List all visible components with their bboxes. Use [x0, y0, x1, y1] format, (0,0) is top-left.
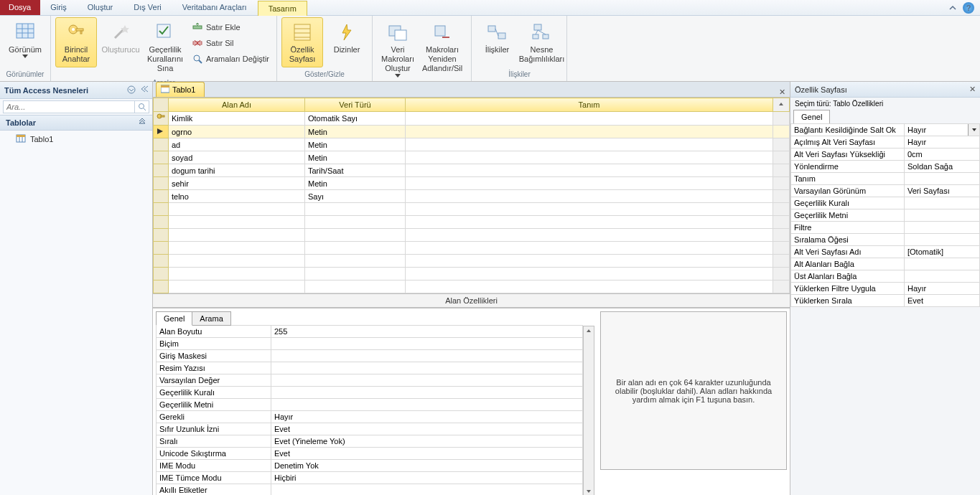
ps-value[interactable]: Evet: [905, 295, 980, 307]
field-name-cell[interactable]: ogrno: [169, 126, 305, 138]
delete-row-button[interactable]: Satır Sil: [189, 36, 272, 50]
row-selector[interactable]: [154, 151, 169, 164]
close-doc-button[interactable]: ✕: [775, 88, 790, 97]
ps-value[interactable]: [905, 222, 980, 234]
modify-lookups-button[interactable]: Aramaları Değiştir: [189, 52, 272, 66]
fp-tab-general[interactable]: Genel: [156, 311, 192, 326]
description-cell[interactable]: [406, 151, 773, 164]
description-cell[interactable]: [406, 164, 773, 177]
ps-value[interactable]: [905, 173, 980, 185]
tab-database-tools[interactable]: Veritabanı Araçları: [172, 0, 258, 15]
fp-value[interactable]: Hayır: [271, 411, 583, 423]
field-name-cell[interactable]: dogum tarihi: [169, 164, 305, 177]
field-name-cell[interactable]: sehir: [169, 177, 305, 190]
rename-macro-button[interactable]: Makroları Yeniden Adlandır/Sil: [421, 17, 463, 77]
minimize-ribbon-icon[interactable]: [948, 4, 957, 12]
row-selector[interactable]: [154, 190, 169, 203]
row-selector[interactable]: [154, 112, 169, 126]
fp-value[interactable]: [271, 484, 583, 496]
tab-create[interactable]: Oluştur: [78, 0, 123, 15]
row-selector[interactable]: [154, 268, 169, 280]
row-selector[interactable]: [154, 216, 169, 229]
row-selector[interactable]: [154, 255, 169, 268]
fp-value[interactable]: Hiçbiri: [271, 472, 583, 484]
ps-value[interactable]: Hayır: [905, 283, 980, 295]
field-name-cell[interactable]: Kimlik: [169, 112, 305, 126]
row-selector[interactable]: [154, 203, 169, 216]
close-property-sheet-button[interactable]: ✕: [969, 85, 976, 94]
indexes-button[interactable]: Dizinler: [326, 17, 368, 58]
ps-tab-general[interactable]: Genel: [793, 110, 830, 123]
file-tab[interactable]: Dosya: [0, 0, 40, 15]
ps-value[interactable]: Hayır: [905, 136, 980, 148]
description-cell[interactable]: [406, 190, 773, 203]
ps-value[interactable]: [905, 270, 980, 283]
property-sheet-table[interactable]: Bağlantı Kesildiğinde Salt OkHayırAçılmı…: [790, 123, 980, 307]
fp-value[interactable]: [271, 350, 583, 362]
description-cell[interactable]: [406, 138, 773, 151]
nav-category-tables[interactable]: Tablolar: [0, 115, 152, 131]
row-selector[interactable]: [154, 164, 169, 177]
data-type-cell[interactable]: Metin: [305, 138, 406, 151]
fp-value[interactable]: Evet: [271, 423, 583, 435]
collapse-nav-icon[interactable]: [139, 85, 148, 96]
select-all-cell[interactable]: [154, 98, 169, 112]
field-name-cell[interactable]: ad: [169, 138, 305, 151]
primary-key-button[interactable]: Birincil Anahtar: [55, 17, 97, 67]
tab-external-data[interactable]: Dış Veri: [123, 0, 172, 15]
ps-value[interactable]: [905, 197, 980, 209]
object-deps-button[interactable]: Nesne Bağımlılıkları: [521, 17, 562, 67]
fp-value[interactable]: [271, 374, 583, 387]
ps-value[interactable]: Soldan Sağa: [905, 161, 980, 173]
doc-tab-tablo1[interactable]: Tablo1: [156, 82, 205, 97]
field-properties-table[interactable]: Alan Boyutu255BiçimGiriş MaskesiResim Ya…: [156, 325, 583, 495]
ps-value[interactable]: [905, 209, 980, 222]
col-description[interactable]: Tanım: [406, 98, 773, 112]
ps-value[interactable]: 0cm: [905, 148, 980, 161]
relationships-button[interactable]: İlişkiler: [476, 17, 518, 58]
dropdown-button[interactable]: [968, 124, 979, 136]
dropdown-icon[interactable]: [126, 85, 136, 96]
search-button[interactable]: [135, 100, 149, 113]
fp-tab-lookup[interactable]: Arama: [192, 311, 230, 326]
view-button[interactable]: Görünüm: [4, 17, 46, 62]
design-grid[interactable]: Alan Adı Veri Türü Tanım Kimlik Otomatik…: [153, 98, 790, 293]
row-selector[interactable]: [154, 242, 169, 255]
ps-value[interactable]: Veri Sayfası: [905, 185, 980, 197]
row-selector[interactable]: [154, 177, 169, 190]
ps-value[interactable]: [Otomatik]: [905, 246, 980, 258]
fp-value[interactable]: 255: [271, 326, 583, 338]
ps-value[interactable]: Hayır: [905, 124, 980, 136]
field-name-cell[interactable]: soyad: [169, 151, 305, 164]
row-selector[interactable]: [154, 126, 169, 138]
field-name-cell[interactable]: telno: [169, 190, 305, 203]
tab-home[interactable]: Giriş: [40, 0, 78, 15]
help-icon[interactable]: ?: [963, 2, 974, 14]
tab-design[interactable]: Tasarım: [258, 1, 307, 16]
ps-value[interactable]: [905, 234, 980, 246]
description-cell[interactable]: [406, 177, 773, 190]
data-type-cell[interactable]: Otomatik Sayı: [305, 112, 406, 126]
description-cell[interactable]: [406, 112, 773, 126]
row-selector[interactable]: [154, 280, 169, 293]
data-type-cell[interactable]: Sayı: [305, 190, 406, 203]
nav-header[interactable]: Tüm Access Nesneleri: [0, 82, 152, 99]
fp-value[interactable]: [271, 399, 583, 411]
description-cell[interactable]: [406, 126, 773, 138]
create-data-macro-button[interactable]: Veri Makroları Oluştur: [377, 17, 419, 81]
fp-value[interactable]: Denetim Yok: [271, 460, 583, 472]
row-selector[interactable]: [154, 138, 169, 151]
fp-value[interactable]: Evet: [271, 448, 583, 460]
fp-value[interactable]: Evet (Yineleme Yok): [271, 435, 583, 448]
data-type-cell[interactable]: Metin: [305, 177, 406, 190]
scroll-up-button[interactable]: [773, 98, 790, 112]
nav-item-tablo1[interactable]: Tablo1: [0, 131, 152, 148]
ps-value[interactable]: [905, 258, 980, 270]
data-type-cell[interactable]: Metin: [305, 126, 406, 138]
col-field-name[interactable]: Alan Adı: [169, 98, 305, 112]
fp-value[interactable]: [271, 362, 583, 374]
insert-row-button[interactable]: Satır Ekle: [189, 20, 272, 34]
fp-scrollbar[interactable]: [583, 326, 594, 495]
search-input[interactable]: [3, 100, 135, 113]
row-selector[interactable]: [154, 229, 169, 242]
